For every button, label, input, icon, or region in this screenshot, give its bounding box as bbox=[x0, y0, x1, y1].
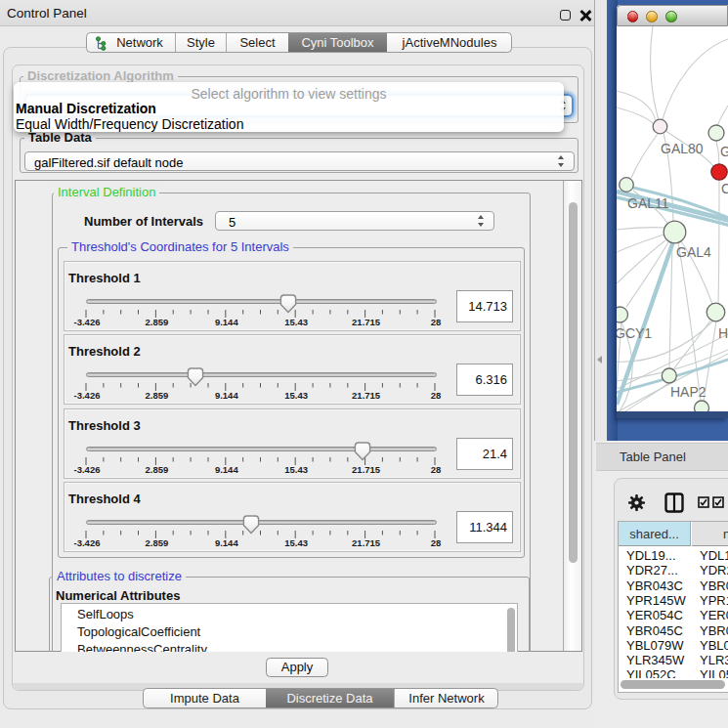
svg-text:G.: G. bbox=[720, 144, 728, 159]
svg-text:GAL11: GAL11 bbox=[627, 195, 669, 211]
svg-text:GAL4: GAL4 bbox=[676, 244, 711, 260]
svg-text:HAP2: HAP2 bbox=[670, 384, 707, 400]
svg-text:GCY1: GCY1 bbox=[617, 325, 652, 341]
svg-text:GAL80: GAL80 bbox=[661, 141, 704, 156]
svg-text:H: H bbox=[718, 325, 728, 341]
svg-text:C: C bbox=[721, 181, 728, 196]
